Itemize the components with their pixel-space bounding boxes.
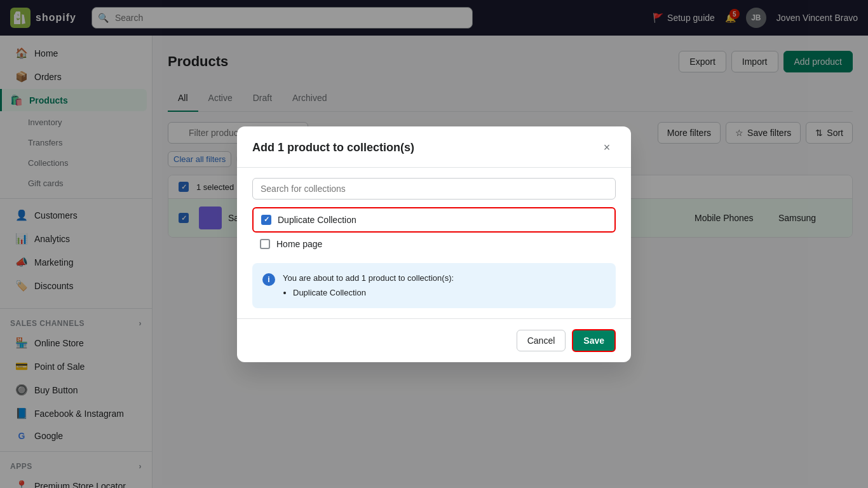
collection-search-input[interactable] (252, 178, 616, 200)
collection-checkbox-duplicate[interactable]: ✓ (261, 215, 271, 225)
modal-overlay[interactable]: Add 1 product to collection(s) × ✓ Dupli… (0, 0, 868, 488)
cancel-button[interactable]: Cancel (517, 330, 566, 351)
collection-label-homepage: Home page (276, 239, 322, 249)
info-title: You are about to add 1 product to collec… (283, 273, 454, 283)
collection-item-duplicate[interactable]: ✓ Duplicate Collection (252, 207, 616, 233)
modal: Add 1 product to collection(s) × ✓ Dupli… (237, 126, 631, 362)
collection-item-homepage[interactable]: Home page (252, 233, 616, 255)
modal-close-button[interactable]: × (598, 139, 616, 157)
modal-body: ✓ Duplicate Collection Home page i You a… (237, 168, 631, 318)
modal-title: Add 1 product to collection(s) (252, 141, 414, 154)
collection-checkbox-homepage[interactable] (260, 239, 270, 249)
info-list-item: Duplicate Collection (293, 287, 454, 299)
collection-label-duplicate: Duplicate Collection (278, 215, 356, 225)
info-box: i You are about to add 1 product to coll… (252, 263, 616, 308)
modal-footer: Cancel Save (237, 318, 631, 362)
save-button[interactable]: Save (572, 329, 616, 352)
info-text: You are about to add 1 product to collec… (283, 272, 454, 299)
info-icon: i (262, 273, 275, 286)
modal-header: Add 1 product to collection(s) × (237, 126, 631, 168)
